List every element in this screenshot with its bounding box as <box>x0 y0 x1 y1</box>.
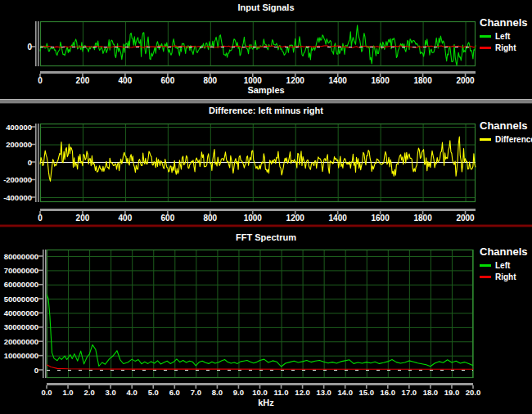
y-axis-tick <box>38 298 43 299</box>
legend-item-label: Right <box>495 43 516 52</box>
y-tick-label: 0 <box>27 43 32 52</box>
y-tick-label: 10000000 <box>4 351 38 360</box>
y-tick-label: 30000000 <box>4 322 38 331</box>
x-tick-label: 1400 <box>329 76 348 85</box>
x-tick-label: 1400 <box>329 214 348 223</box>
y-axis-bar <box>35 21 37 66</box>
x-tick-label: 7.0 <box>191 388 201 397</box>
y-axis-tick <box>38 255 43 257</box>
y-tick-label: 0 <box>28 158 32 167</box>
legend-item-label: Difference <box>495 135 532 144</box>
x-tick-label: 1.0 <box>62 388 73 397</box>
legend-title: Channels <box>480 120 532 132</box>
chart-title: Input Signals <box>0 2 532 12</box>
y-axis-tick <box>38 340 43 342</box>
legend-title: Channels <box>480 17 532 29</box>
x-axis-label: Samples <box>0 85 532 95</box>
legend-item-label: Left <box>495 32 510 41</box>
x-tick-label: 800 <box>203 214 217 223</box>
y-axis-bar <box>45 250 47 378</box>
legend-dash-icon <box>480 264 491 267</box>
x-axis-bar <box>47 383 473 385</box>
chart-plot-input-signals: 00200400600800100012001400160018002000 <box>27 21 476 85</box>
x-tick-label: 12.0 <box>295 388 310 397</box>
chart-title: FFT Spectrum <box>0 232 532 242</box>
x-tick-label: 800 <box>203 76 217 85</box>
x-tick-label: 10.0 <box>252 388 268 397</box>
y-axis-tick <box>38 313 43 314</box>
y-tick-label: 70000000 <box>4 266 38 275</box>
chart-plot-difference: 4000002000000-200000-4000000200400600800… <box>3 123 476 223</box>
x-tick-label: 1200 <box>286 76 305 85</box>
x-tick-label: 600 <box>161 76 175 85</box>
y-axis-tick <box>38 355 43 357</box>
legend-dash-icon <box>480 276 491 278</box>
legend-item-label: Right <box>495 272 516 281</box>
x-tick-label: 5.0 <box>148 388 159 397</box>
x-tick-label: 2000 <box>456 76 475 85</box>
x-axis-bar <box>40 71 476 74</box>
legend-items: LeftRight <box>480 30 532 53</box>
x-tick-label: 18.0 <box>423 388 439 397</box>
x-tick-label: 1600 <box>372 214 390 223</box>
x-tick-label: 4.0 <box>127 388 138 397</box>
legend-item-left: Left <box>480 30 532 42</box>
x-tick-label: 400 <box>119 76 133 85</box>
y-axis-tick <box>38 326 43 328</box>
x-tick-label: 400 <box>119 214 133 223</box>
x-tick-label: 1600 <box>372 76 390 85</box>
legend: Channels Difference <box>480 120 532 145</box>
y-axis-tick <box>38 369 43 371</box>
x-tick-label: 9.0 <box>233 388 244 397</box>
x-tick-label: 15.0 <box>359 388 375 397</box>
x-tick-label: 2000 <box>456 214 475 223</box>
y-axis-bar <box>35 124 37 202</box>
plot-area-input-signals[interactable] <box>40 21 476 66</box>
y-tick-label: -200000 <box>3 175 32 184</box>
y-axis-bar <box>43 250 44 378</box>
chart-title: Difference: left minus right <box>0 106 532 115</box>
legend-title: Channels <box>480 246 532 258</box>
legend-dash-icon <box>480 138 491 141</box>
x-tick-label: 2.0 <box>83 388 94 397</box>
y-tick-label: 50000000 <box>4 295 38 304</box>
x-tick-label: 11.0 <box>274 388 289 397</box>
x-tick-label: 3.0 <box>106 388 116 397</box>
x-tick-label: 200 <box>76 76 90 85</box>
legend-items: LeftRight <box>480 259 532 282</box>
legend-dash-icon <box>480 47 491 49</box>
x-axis-label: kHz <box>0 398 532 407</box>
x-tick-label: 1800 <box>413 214 432 223</box>
horizontal-splitter-red[interactable] <box>0 224 532 227</box>
y-tick-label: 0 <box>34 366 38 375</box>
x-tick-label: 1000 <box>244 76 263 85</box>
legend: Channels LeftRight <box>480 17 532 53</box>
y-axis-bar <box>38 124 39 202</box>
x-tick-label: 8.0 <box>212 388 223 397</box>
x-tick-label: 17.0 <box>402 388 417 397</box>
x-tick-label: 20.0 <box>466 388 481 397</box>
x-tick-label: 13.0 <box>316 388 331 397</box>
horizontal-splitter-gray[interactable] <box>0 99 532 104</box>
y-tick-label: 60000000 <box>4 280 38 289</box>
chart-plot-fft-spectrum: 8000000070000000600000005000000040000000… <box>4 250 481 397</box>
x-tick-label: 1800 <box>413 76 432 85</box>
x-tick-label: 16.0 <box>381 388 396 397</box>
x-axis-bar <box>40 209 476 211</box>
plot-area-difference[interactable] <box>40 124 476 202</box>
y-axis-tick <box>38 270 43 272</box>
x-tick-label: 0.0 <box>41 388 52 397</box>
x-tick-label: 14.0 <box>337 388 353 397</box>
x-tick-label: 600 <box>161 214 175 223</box>
legend-dash-icon <box>480 35 491 38</box>
legend-item-label: Left <box>495 261 510 270</box>
charts-canvas: 0020040060080010001200140016001800200040… <box>0 0 532 414</box>
legend-item-right: Right <box>480 42 532 53</box>
legend-item-difference: Difference <box>480 133 532 145</box>
y-axis-bar <box>38 21 39 66</box>
legend-items: Difference <box>480 133 532 145</box>
plot-area-fft-spectrum[interactable] <box>47 250 473 378</box>
signal-analyzer-window: 0020040060080010001200140016001800200040… <box>0 0 532 414</box>
x-tick-label: 6.0 <box>169 388 180 397</box>
y-tick-label: 80000000 <box>4 252 38 261</box>
